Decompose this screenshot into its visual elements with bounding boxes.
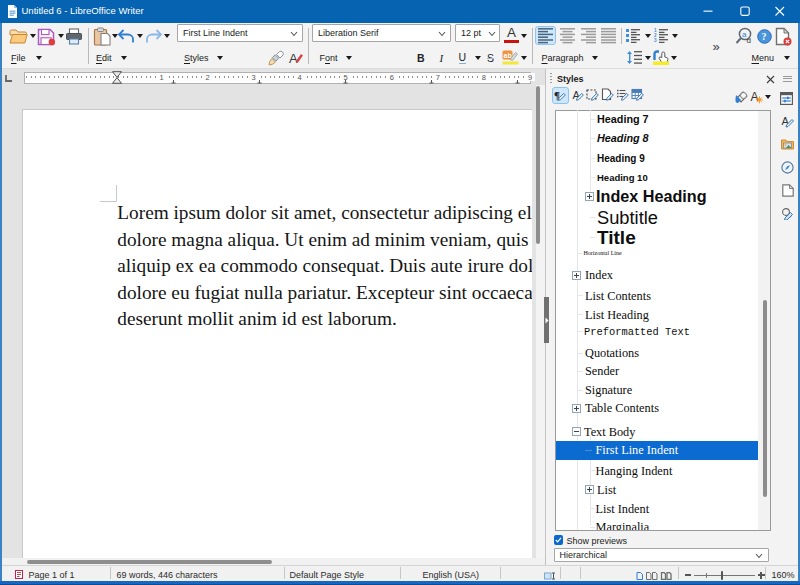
svg-text:A: A	[289, 51, 298, 66]
svg-text:?: ?	[762, 31, 767, 42]
svg-text:d: d	[747, 36, 751, 45]
svg-text:ab: ab	[504, 52, 512, 59]
svg-text:3: 3	[654, 38, 657, 43]
